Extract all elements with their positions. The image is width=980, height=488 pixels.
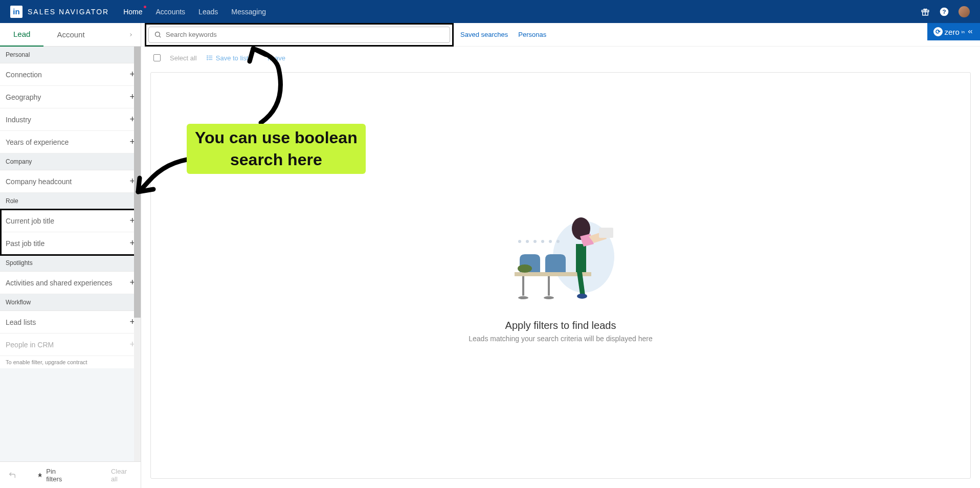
save-to-list-button[interactable]: Save to list: [206, 54, 249, 62]
svg-point-19: [518, 264, 532, 273]
unsave-button[interactable]: nsave: [268, 54, 285, 62]
pin-filters-button[interactable]: Pin filters: [37, 468, 70, 483]
filter-sidebar: Lead Account Personal Connection+ Geogra…: [0, 23, 141, 488]
svg-text:?: ?: [942, 8, 946, 15]
clear-all-button[interactable]: Clear all: [111, 468, 132, 483]
filter-activities[interactable]: Activities and shared experiences+: [0, 272, 141, 294]
gift-icon[interactable]: [921, 7, 930, 16]
filter-list: Personal Connection+ Geography+ Industry…: [0, 47, 141, 461]
list-icon: [206, 54, 213, 61]
svg-point-28: [549, 240, 552, 243]
notification-dot-icon: [144, 6, 146, 8]
svg-point-5: [155, 32, 160, 37]
nav-home[interactable]: Home: [123, 8, 142, 16]
svg-line-6: [159, 36, 161, 37]
svg-point-12: [207, 59, 208, 60]
svg-point-27: [541, 240, 544, 243]
tab-account[interactable]: Account: [43, 23, 98, 47]
filter-lead-lists[interactable]: Lead lists+: [0, 311, 141, 334]
search-keyword-box[interactable]: [148, 27, 450, 43]
avatar[interactable]: [959, 6, 970, 17]
chevron-right-icon[interactable]: [121, 31, 141, 38]
undo-arrow-icon: [8, 471, 16, 479]
select-all-label: Select all: [170, 54, 197, 62]
filter-industry[interactable]: Industry+: [0, 108, 141, 131]
search-bar-row: Saved searches Personas: [141, 23, 980, 47]
main-content: Saved searches Personas Select all Save …: [141, 23, 980, 488]
filter-past-job-title[interactable]: Past job title+: [0, 232, 141, 255]
filter-company-headcount[interactable]: Company headcount+: [0, 170, 141, 193]
svg-point-10: [207, 56, 208, 56]
filter-tabs: Lead Account: [0, 23, 141, 47]
empty-subtitle: Leads matching your search criteria will…: [469, 335, 653, 343]
action-row: Select all Save to list nsave: [141, 47, 980, 69]
linkedin-logo-icon[interactable]: in: [10, 6, 23, 18]
svg-rect-15: [522, 276, 524, 296]
svg-point-26: [533, 240, 537, 243]
filter-people-in-crm: People in CRM+: [0, 334, 141, 356]
filter-geography[interactable]: Geography+: [0, 86, 141, 108]
pin-icon: [37, 472, 43, 479]
section-workflow: Workflow: [0, 294, 141, 311]
filter-current-job-title[interactable]: Current job title+: [0, 210, 141, 232]
zeroin-badge[interactable]: ⟳ zeroin: [927, 23, 980, 40]
annotation-callout: You can use boolean search here: [187, 124, 366, 174]
zeroin-logo-icon: ⟳: [933, 27, 943, 36]
zeroin-label: zero: [945, 28, 960, 36]
nav-accounts[interactable]: Accounts: [156, 8, 186, 16]
svg-point-29: [556, 240, 560, 243]
zeroin-sup: in: [962, 30, 965, 34]
nav-leads[interactable]: Leads: [198, 8, 218, 16]
svg-point-23: [577, 294, 587, 299]
svg-point-11: [207, 57, 208, 58]
search-input[interactable]: [166, 31, 444, 38]
filter-connection[interactable]: Connection+: [0, 63, 141, 86]
search-icon: [154, 31, 162, 38]
chevron-left-double-icon: [967, 28, 974, 35]
section-company: Company: [0, 153, 141, 170]
brand-label: SALES NAVIGATOR: [28, 8, 109, 16]
svg-rect-22: [599, 228, 613, 238]
section-personal: Personal: [0, 47, 141, 63]
select-all-checkbox[interactable]: [153, 54, 161, 61]
empty-title: Apply filters to find leads: [505, 320, 616, 331]
tab-lead[interactable]: Lead: [0, 23, 43, 47]
saved-searches-link[interactable]: Saved searches: [460, 31, 508, 38]
svg-point-18: [544, 296, 554, 299]
nav-messaging[interactable]: Messaging: [231, 8, 266, 16]
section-spotlights: Spotlights: [0, 255, 141, 272]
svg-rect-16: [548, 276, 550, 296]
upgrade-note: To enable filter, upgrade contract: [0, 356, 141, 368]
svg-point-25: [526, 240, 529, 243]
empty-state-illustration: [504, 208, 617, 310]
help-icon[interactable]: ?: [939, 7, 949, 17]
svg-point-24: [518, 240, 521, 243]
sidebar-footer: Pin filters Clear all: [0, 461, 141, 488]
scrollbar-thumb[interactable]: [134, 47, 141, 318]
filter-years-experience[interactable]: Years of experience+: [0, 131, 141, 153]
top-nav: in SALES NAVIGATOR Home Accounts Leads M…: [0, 0, 980, 23]
undo-button[interactable]: [8, 471, 16, 479]
personas-link[interactable]: Personas: [518, 31, 546, 38]
section-role: Role: [0, 193, 141, 210]
svg-point-17: [518, 296, 528, 299]
svg-rect-20: [576, 244, 586, 272]
